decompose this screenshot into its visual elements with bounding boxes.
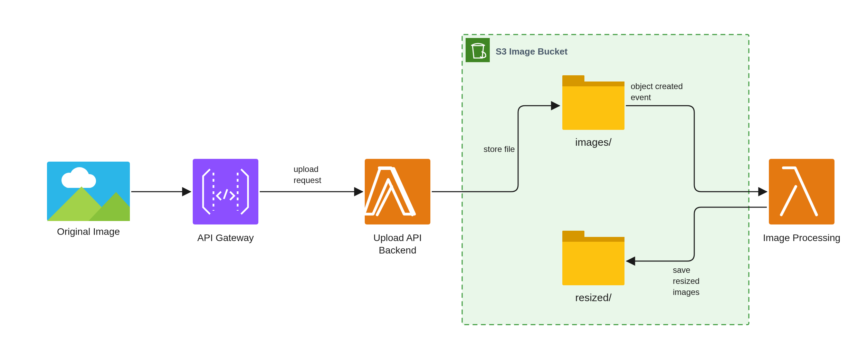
edge-upload-request-l1: upload <box>294 164 318 174</box>
folder-icon <box>562 231 624 285</box>
edge-save-resized-l3: images <box>673 287 699 297</box>
api-gateway-label: API Gateway <box>197 232 254 243</box>
edge-upload-request-l2: request <box>294 175 321 185</box>
svg-rect-10 <box>562 82 624 86</box>
image-icon <box>47 162 130 221</box>
lambda-icon <box>365 159 430 224</box>
edge-object-created-l2: event <box>631 93 651 102</box>
folder-icon <box>562 75 624 130</box>
folder-images-label: images/ <box>575 136 612 148</box>
edge-object-created-l1: object created <box>631 82 683 91</box>
upload-backend-label1: Upload API <box>373 232 422 243</box>
image-processing-label: Image Processing <box>763 232 840 243</box>
svg-rect-13 <box>562 237 624 242</box>
lambda-icon <box>769 159 834 224</box>
original-image-label: Original Image <box>57 226 120 237</box>
folder-resized-label: resized/ <box>575 292 612 303</box>
image-processing-node: Image Processing <box>763 159 840 243</box>
svg-rect-7 <box>64 180 93 188</box>
edge-save-resized-l2: resized <box>673 276 699 286</box>
edge-save-resized-l1: save <box>673 265 690 275</box>
api-gateway-node: API Gateway <box>193 159 258 243</box>
svg-rect-8 <box>562 82 624 130</box>
original-image-node: Original Image <box>47 162 130 237</box>
svg-rect-11 <box>562 237 624 285</box>
upload-backend-label2: Backend <box>379 245 417 256</box>
s3-bucket-title: S3 Image Bucket <box>496 46 567 57</box>
upload-backend-node: Upload API Backend <box>364 159 430 256</box>
edge-store-file: store file <box>484 144 515 154</box>
s3-bucket-icon <box>466 38 490 62</box>
architecture-diagram: S3 Image Bucket Original Image <box>0 0 868 364</box>
